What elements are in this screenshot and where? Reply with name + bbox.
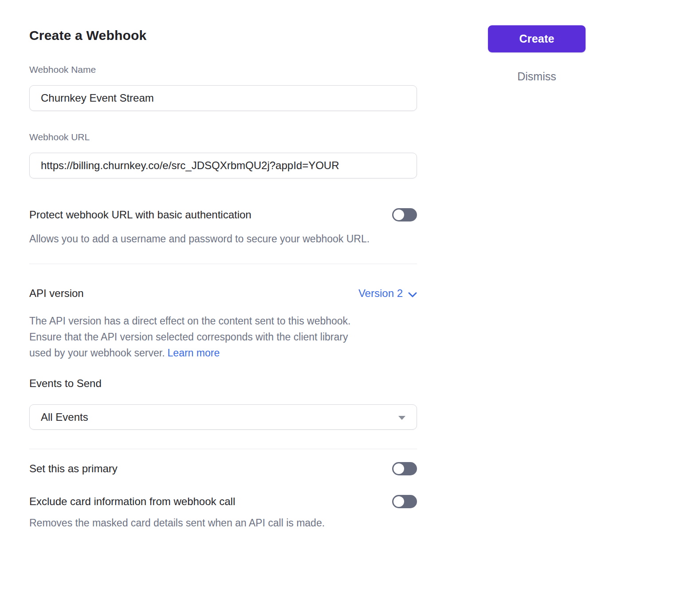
basic-auth-label: Protect webhook URL with basic authentic…: [29, 208, 252, 222]
section-divider: [29, 449, 417, 449]
page-title: Create a Webhook: [29, 28, 417, 43]
chevron-down-icon: [408, 288, 417, 300]
primary-row: Set this as primary: [29, 460, 417, 478]
exclude-card-help: Removes the masked card details sent whe…: [29, 515, 384, 531]
select-caret-icon: [398, 416, 405, 420]
form-actions: Create Dismiss: [488, 25, 586, 83]
webhook-url-input[interactable]: [29, 153, 417, 178]
set-primary-toggle[interactable]: [392, 462, 417, 475]
basic-auth-toggle[interactable]: [392, 208, 417, 221]
api-version-row: API version Version 2: [29, 286, 417, 300]
toggle-knob: [393, 463, 404, 474]
toggle-knob: [393, 496, 404, 507]
webhook-name-input[interactable]: [29, 85, 417, 111]
webhook-name-label: Webhook Name: [29, 64, 417, 75]
events-to-send-label: Events to Send: [29, 377, 417, 390]
section-divider: [29, 264, 417, 264]
dismiss-button[interactable]: Dismiss: [517, 70, 556, 83]
api-version-label: API version: [29, 286, 84, 300]
api-version-value: Version 2: [358, 287, 403, 300]
events-selected-value: All Events: [41, 411, 88, 423]
api-version-dropdown[interactable]: Version 2: [358, 287, 417, 300]
create-button[interactable]: Create: [488, 25, 586, 52]
api-version-description: The API version has a direct effect on t…: [29, 313, 353, 361]
exclude-card-label: Exclude card information from webhook ca…: [29, 494, 235, 509]
basic-auth-row: Protect webhook URL with basic authentic…: [29, 206, 417, 224]
primary-label: Set this as primary: [29, 462, 118, 476]
create-webhook-page: Create a Webhook Webhook Name Webhook UR…: [0, 0, 700, 593]
exclude-card-toggle[interactable]: [392, 495, 417, 508]
exclude-card-row: Exclude card information from webhook ca…: [29, 493, 417, 510]
toggle-knob: [393, 210, 404, 220]
basic-auth-help: Allows you to add a username and passwor…: [29, 231, 384, 247]
learn-more-link[interactable]: Learn more: [168, 347, 220, 359]
webhook-form: Create a Webhook Webhook Name Webhook UR…: [29, 0, 417, 531]
webhook-url-label: Webhook URL: [29, 131, 417, 143]
events-to-send-select[interactable]: All Events: [29, 404, 417, 430]
